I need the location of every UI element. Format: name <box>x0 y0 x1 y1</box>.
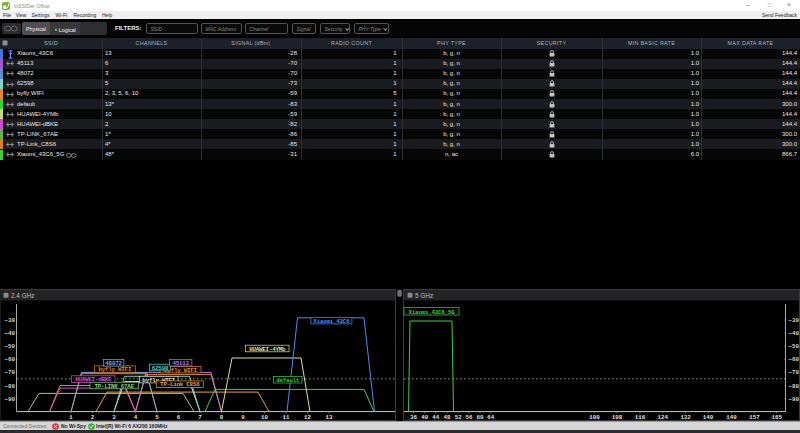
svg-text:9: 9 <box>241 414 245 421</box>
svg-text:TP-Link C8S6: TP-Link C8S6 <box>160 381 200 388</box>
svg-text:6: 6 <box>177 414 181 421</box>
svg-text:48072: 48072 <box>105 360 122 367</box>
svg-text:45113: 45113 <box>172 360 189 367</box>
svg-text:−70: −70 <box>789 369 800 376</box>
svg-text:−40: −40 <box>789 330 800 337</box>
svg-text:−80: −80 <box>5 383 16 390</box>
svg-text:149: 149 <box>726 414 737 421</box>
svg-text:Xiaomi_43C6: Xiaomi_43C6 <box>313 318 350 325</box>
svg-text:62598: 62598 <box>152 365 169 372</box>
svg-text:48: 48 <box>444 414 451 421</box>
svg-text:default: default <box>276 377 299 384</box>
svg-text:7: 7 <box>198 414 202 421</box>
svg-text:2: 2 <box>91 414 95 421</box>
svg-text:52: 52 <box>455 414 462 421</box>
svg-text:5: 5 <box>155 414 159 421</box>
svg-text:−60: −60 <box>5 356 16 363</box>
svg-text:100: 100 <box>589 414 600 421</box>
svg-text:4: 4 <box>134 414 138 421</box>
svg-text:60: 60 <box>477 414 484 421</box>
svg-text:13: 13 <box>326 414 333 421</box>
svg-text:140: 140 <box>703 414 714 421</box>
svg-text:HUAWEI-4YMb: HUAWEI-4YMb <box>249 346 286 353</box>
svg-text:byfly WIFI: byfly WIFI <box>98 366 132 373</box>
svg-text:−90: −90 <box>789 396 800 403</box>
svg-text:−50: −50 <box>789 343 800 350</box>
svg-text:11: 11 <box>283 414 290 421</box>
svg-text:5 GHz: 5 GHz <box>415 292 433 299</box>
svg-text:2.4 GHz: 2.4 GHz <box>11 292 34 299</box>
svg-text:56: 56 <box>466 414 473 421</box>
svg-text:10: 10 <box>261 414 268 421</box>
svg-text:108: 108 <box>612 414 623 421</box>
svg-text:132: 132 <box>680 414 691 421</box>
svg-text:36: 36 <box>410 414 417 421</box>
svg-text:1: 1 <box>69 414 73 421</box>
svg-text:8: 8 <box>220 414 224 421</box>
svg-text:−40: −40 <box>5 330 16 337</box>
svg-text:44: 44 <box>432 414 439 421</box>
svg-text:−60: −60 <box>789 356 800 363</box>
svg-text:−30: −30 <box>5 317 16 324</box>
svg-text:124: 124 <box>657 414 668 421</box>
svg-text:TP-LINK 67AE: TP-LINK 67AE <box>95 383 135 390</box>
svg-text:−30: −30 <box>789 317 800 324</box>
svg-text:165: 165 <box>771 414 782 421</box>
svg-text:157: 157 <box>749 414 760 421</box>
svg-text:−50: −50 <box>5 343 16 350</box>
svg-text:12: 12 <box>304 414 311 421</box>
svg-text:−80: −80 <box>789 383 800 390</box>
svg-text:3: 3 <box>112 414 116 421</box>
svg-text:116: 116 <box>635 414 646 421</box>
svg-text:Xiaomi_43C6_5G: Xiaomi_43C6_5G <box>409 309 456 316</box>
svg-text:−70: −70 <box>5 369 16 376</box>
svg-text:−90: −90 <box>5 396 16 403</box>
svg-text:64: 64 <box>487 414 494 421</box>
svg-text:40: 40 <box>421 414 428 421</box>
